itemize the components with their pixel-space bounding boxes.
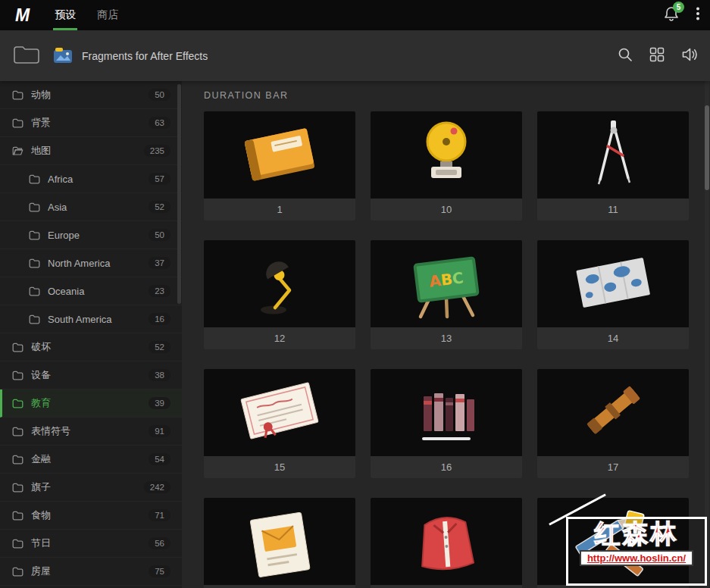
- folder-icon: [12, 118, 23, 128]
- preset-card[interactable]: 14: [537, 240, 689, 349]
- search-button[interactable]: [618, 47, 633, 65]
- sidebar-item-count: 16: [149, 313, 170, 325]
- sidebar-item-label: 房屋: [31, 565, 149, 578]
- watermark: 红森林 http://www.hoslin.cn/: [566, 517, 707, 586]
- sidebar-item-count: 63: [149, 117, 170, 129]
- sidebar-item-label: 节日: [31, 536, 149, 550]
- preset-card[interactable]: 1: [204, 111, 355, 220]
- sidebar-item-label: Europe: [48, 230, 149, 241]
- folder-icon: [29, 258, 40, 268]
- sidebar-item-label: South America: [48, 314, 149, 325]
- preset-card[interactable]: 10: [371, 111, 522, 220]
- preset-number: 17: [537, 456, 689, 478]
- sidebar-item-count: 37: [149, 257, 170, 269]
- preset-card[interactable]: ABC 13: [371, 240, 522, 349]
- sidebar-item-label: 破坏: [31, 340, 149, 354]
- sidebar-item-label: 表情符号: [31, 424, 149, 438]
- topbar-actions: 5: [665, 0, 699, 30]
- folder-icon: [12, 90, 23, 100]
- sidebar-item[interactable]: 金融 54: [0, 446, 182, 474]
- sidebar-item-label: 动物: [31, 88, 149, 102]
- sidebar-item[interactable]: 地图 235: [0, 137, 182, 165]
- sidebar-item-label: 设备: [31, 368, 149, 382]
- sidebar-item-count: 39: [149, 397, 170, 409]
- sidebar-scrollbar-thumb[interactable]: [177, 84, 181, 304]
- sidebar-item[interactable]: 房屋 75: [0, 558, 182, 586]
- sidebar-item-label: Africa: [48, 174, 149, 185]
- sidebar-item[interactable]: 动物 50: [0, 81, 182, 109]
- sidebar-item[interactable]: 设备 38: [0, 361, 182, 389]
- preset-card[interactable]: 15: [204, 369, 355, 478]
- preset-card[interactable]: [204, 498, 355, 588]
- sidebar-item[interactable]: Africa 57: [0, 165, 182, 193]
- sidebar-item-count: 38: [149, 369, 170, 381]
- sidebar-item-count: 52: [149, 341, 170, 353]
- folder-icon: [12, 342, 23, 352]
- preset-number: 13: [371, 327, 522, 349]
- grid-view-icon: [649, 47, 665, 65]
- preset-card[interactable]: 11: [537, 111, 689, 220]
- folder-icon: [12, 511, 23, 521]
- sidebar-item[interactable]: Oceania 23: [0, 277, 182, 305]
- sidebar-item[interactable]: 食物 71: [0, 502, 182, 530]
- sidebar-item-label: North America: [48, 258, 149, 269]
- sidebar-item[interactable]: South America 16: [0, 305, 182, 333]
- back-to-folders-button[interactable]: [12, 44, 41, 68]
- tab-presets[interactable]: 预设: [55, 0, 76, 30]
- app-logo[interactable]: M: [15, 5, 29, 26]
- preset-number: 12: [204, 327, 355, 349]
- sidebar-item-count: 75: [149, 565, 170, 577]
- preset-thumbnail: [371, 498, 522, 585]
- sidebar-item[interactable]: 背景 63: [0, 109, 182, 137]
- preset-thumbnail: [204, 369, 355, 456]
- sidebar-item-label: 背景: [31, 116, 149, 130]
- sound-button[interactable]: [681, 48, 698, 64]
- sidebar-item-count: 91: [149, 425, 170, 437]
- preset-number: 16: [371, 456, 522, 478]
- preset-card[interactable]: 16: [371, 369, 522, 478]
- sidebar-item-count: 242: [144, 481, 170, 493]
- watermark-title: 红森林: [595, 519, 679, 549]
- sidebar-item[interactable]: Europe 50: [0, 221, 182, 249]
- sidebar-item[interactable]: 表情符号 91: [0, 418, 182, 446]
- sidebar-item-label: 地图: [31, 144, 144, 158]
- sidebar-item[interactable]: 节日 56: [0, 530, 182, 558]
- sidebar-item-count: 50: [149, 229, 170, 241]
- preset-card[interactable]: [371, 498, 522, 588]
- sidebar-item[interactable]: 破坏 52: [0, 333, 182, 361]
- sidebar-item-label: 教育: [31, 396, 149, 410]
- preset-thumbnail: [204, 498, 355, 585]
- tab-store[interactable]: 商店: [97, 0, 118, 30]
- preset-thumbnail: [371, 369, 522, 456]
- folder-icon: [29, 286, 40, 296]
- preset-number: 1: [204, 199, 355, 220]
- overflow-menu-button[interactable]: [696, 7, 699, 23]
- sidebar-item-label: Oceania: [48, 286, 149, 297]
- sidebar-item-count: 57: [149, 173, 170, 185]
- sidebar-item[interactable]: Asia 52: [0, 193, 182, 221]
- folder-icon: [29, 202, 40, 212]
- grid-view-button[interactable]: [649, 47, 665, 65]
- sidebar-item-count: 235: [144, 145, 170, 157]
- content-scrollbar-thumb[interactable]: [705, 105, 709, 190]
- sidebar-item-count: 56: [149, 537, 170, 549]
- sidebar-item-label: 食物: [31, 508, 149, 522]
- folder-outline-icon: [12, 44, 41, 68]
- folder-icon: [12, 399, 23, 408]
- preset-number: [371, 585, 522, 588]
- topbar: M 预设商店 5: [0, 0, 710, 30]
- preset-card[interactable]: 17: [537, 369, 689, 478]
- notifications-button[interactable]: 5: [665, 6, 678, 24]
- search-icon: [618, 47, 633, 65]
- sidebar-item-count: 23: [149, 285, 170, 297]
- folder-icon: [12, 455, 23, 464]
- preset-number: 14: [537, 327, 689, 349]
- sidebar-item[interactable]: North America 37: [0, 249, 182, 277]
- sidebar-item[interactable]: 旗子 242: [0, 474, 182, 502]
- content: DURATION BAR 1 10 11 12 ABC 13 14 15 16 …: [182, 81, 710, 588]
- pack-icon: [53, 47, 73, 64]
- preset-card[interactable]: 12: [204, 240, 355, 349]
- toolbar-actions: [618, 47, 698, 65]
- sidebar-item[interactable]: 教育 39: [0, 389, 182, 418]
- folder-icon: [12, 567, 23, 577]
